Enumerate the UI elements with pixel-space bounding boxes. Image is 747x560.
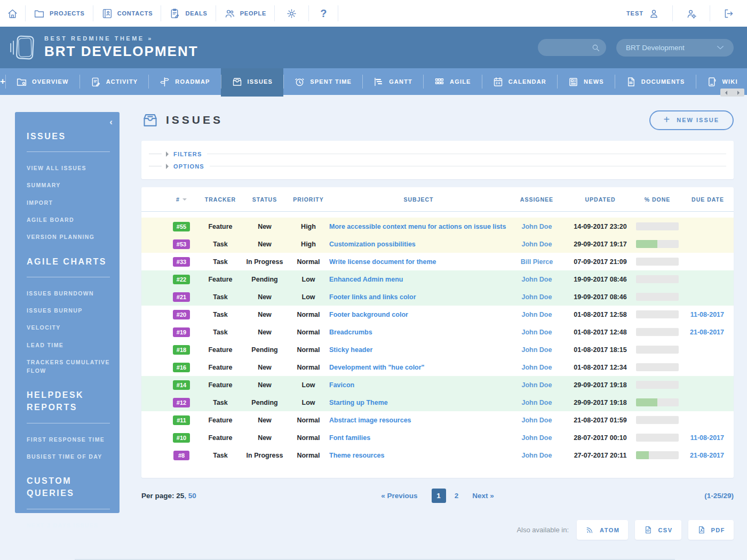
issue-assignee-link[interactable]: John Doe (508, 434, 566, 442)
issue-id-badge[interactable]: #8 (173, 451, 189, 460)
sidebar-item-busiest-time-of-day[interactable]: BUSIEST TIME OF DAY (27, 452, 110, 461)
issue-subject-link[interactable]: Abstract image resources (329, 417, 508, 424)
topbar-contacts-button[interactable]: CONTACTS (93, 5, 162, 21)
filters-toggle[interactable]: FILTERS (149, 148, 726, 160)
new-issue-button[interactable]: + NEW ISSUE (649, 110, 734, 130)
topbar-my-account-button[interactable] (672, 5, 710, 21)
issue-id-badge[interactable]: #55 (173, 222, 190, 231)
export-atom-button[interactable]: ATOM (577, 520, 628, 540)
issue-id-badge[interactable]: #19 (173, 327, 190, 337)
issue-assignee-link[interactable]: John Doe (508, 399, 566, 406)
tab-scroll-right-button[interactable] (733, 89, 745, 97)
column-header-assignee[interactable]: ASSIGNEE (508, 196, 566, 203)
issue-assignee-link[interactable]: John Doe (508, 452, 566, 459)
issue-due-date-link[interactable]: 21-08-2017 (680, 452, 734, 459)
issue-subject-link[interactable]: Customization possibilities (329, 241, 508, 248)
issue-assignee-link[interactable]: John Doe (508, 276, 566, 283)
topbar-home-button[interactable] (0, 5, 26, 21)
topbar-help-button[interactable]: ? (309, 5, 338, 21)
issue-subject-link[interactable]: Favicon (329, 381, 508, 389)
column-header-priority[interactable]: PRIORITY (288, 196, 329, 203)
issue-assignee-link[interactable]: Bill Pierce (508, 258, 566, 266)
sidebar-item-first-response-time[interactable]: FIRST RESPONSE TIME (27, 435, 110, 444)
issue-assignee-link[interactable]: John Doe (508, 417, 566, 424)
topbar-admin-button[interactable] (275, 5, 309, 21)
sidebar-collapse-button[interactable]: ‹ (109, 117, 113, 126)
search-input[interactable] (538, 39, 606, 56)
topbar-user-menu[interactable]: TEST (614, 5, 672, 21)
sidebar-item-issues-burnup[interactable]: ISSUES BURNUP (27, 306, 110, 315)
issue-assignee-link[interactable]: John Doe (508, 223, 566, 230)
issue-id-badge[interactable]: #10 (173, 433, 190, 443)
tab-overview[interactable]: OVERVIEW (5, 68, 80, 95)
column-header-tracker[interactable]: TRACKER (199, 196, 242, 203)
export-pdf-button[interactable]: PDF (688, 520, 734, 540)
sidebar-item-agile-board[interactable]: AGILE BOARD (27, 215, 110, 224)
issue-subject-link[interactable]: Footer background color (329, 311, 508, 318)
sidebar-item-import[interactable]: IMPORT (27, 198, 110, 207)
sidebar-item-lead-time[interactable]: LEAD TIME (27, 341, 110, 349)
issue-subject-link[interactable]: Font families (329, 434, 508, 442)
add-tab-button[interactable]: + (0, 68, 5, 95)
column-header-due-date[interactable]: DUE DATE (680, 196, 734, 203)
issue-subject-link[interactable]: Breadcrumbs (329, 329, 508, 336)
issue-subject-link[interactable]: Enhanced Admin menu (329, 276, 508, 283)
sidebar-item-summary[interactable]: SUMMARY (27, 181, 110, 189)
issue-id-badge[interactable]: #21 (173, 292, 190, 302)
issue-id-badge[interactable]: #16 (173, 363, 190, 372)
export-csv-button[interactable]: CSV (635, 520, 681, 540)
issue-id-badge[interactable]: #33 (173, 257, 190, 267)
issue-due-date-link[interactable]: 11-08-2017 (680, 311, 734, 318)
sidebar-item-version-planning[interactable]: VERSION PLANNING (27, 233, 110, 241)
options-toggle[interactable]: OPTIONS (149, 160, 726, 172)
tab-issues[interactable]: ISSUES (221, 68, 284, 95)
issue-id-badge[interactable]: #20 (173, 310, 190, 319)
issue-subject-link[interactable]: Footer links and links color (329, 293, 508, 301)
issue-id-badge[interactable]: #53 (173, 239, 190, 249)
topbar-deals-button[interactable]: DEALS (161, 5, 216, 21)
issue-assignee-link[interactable]: John Doe (508, 293, 566, 301)
tab-scroll-left-button[interactable] (720, 89, 733, 97)
tab-agile[interactable]: AGILE (423, 68, 482, 95)
tab-roadmap[interactable]: ROADMAP (148, 68, 220, 95)
issue-subject-link[interactable]: Theme resources (329, 452, 508, 459)
topbar-people-button[interactable]: PEOPLE (216, 5, 275, 21)
issue-assignee-link[interactable]: John Doe (508, 241, 566, 248)
issue-subject-link[interactable]: More accessible context menu for actions… (329, 223, 508, 230)
per-page-option-50[interactable]: , 50 (184, 492, 196, 500)
issue-id-badge[interactable]: #18 (173, 345, 190, 355)
column-header-id[interactable]: # (164, 196, 199, 203)
issue-due-date-link[interactable]: 11-08-2017 (680, 434, 734, 442)
sidebar-item-view-all-issues[interactable]: VIEW ALL ISSUES (27, 164, 110, 172)
tab-activity[interactable]: ACTIVITY (80, 68, 149, 95)
sidebar-item-velocity[interactable]: VELOCITY (27, 323, 110, 332)
issue-assignee-link[interactable]: John Doe (508, 364, 566, 371)
next-page-link[interactable]: Next » (472, 492, 494, 500)
issue-id-badge[interactable]: #14 (173, 380, 190, 390)
issue-subject-link[interactable]: Development with "hue color" (329, 364, 508, 371)
column-header-status[interactable]: STATUS (242, 196, 288, 203)
sidebar-item-trackers-cumulative-flow[interactable]: TRACKERS CUMULATIVE FLOW (27, 358, 110, 375)
tab-spent-time[interactable]: SPENT TIME (283, 68, 362, 95)
tab-calendar[interactable]: 24CALENDAR (482, 68, 557, 95)
project-selector[interactable]: BRT Development (616, 39, 734, 57)
tab-documents[interactable]: DOCUMENTS (615, 68, 696, 95)
sidebar-item-issues-burndown[interactable]: ISSUES BURNDOWN (27, 289, 110, 298)
issue-id-badge[interactable]: #11 (173, 415, 190, 425)
issue-subject-link[interactable]: Starting up Theme (329, 399, 508, 406)
topbar-logout-button[interactable] (710, 5, 747, 21)
issue-assignee-link[interactable]: John Doe (508, 329, 566, 336)
issue-subject-link[interactable]: Sticky header (329, 346, 508, 354)
topbar-projects-button[interactable]: PROJECTS (26, 5, 93, 21)
issue-assignee-link[interactable]: John Doe (508, 346, 566, 354)
column-header-subject[interactable]: SUBJECT (329, 196, 508, 203)
issue-subject-link[interactable]: Write license document for theme (329, 258, 508, 266)
issue-assignee-link[interactable]: John Doe (508, 311, 566, 318)
page-number-2[interactable]: 2 (455, 492, 459, 500)
previous-page-link[interactable]: « Previous (381, 492, 417, 500)
column-header-done[interactable]: % DONE (635, 196, 680, 203)
issue-due-date-link[interactable]: 21-08-2017 (680, 329, 734, 336)
sidebar-item-next-3-days-issues[interactable]: NEXT 3 DAYS ISSUES (27, 521, 110, 530)
issue-id-badge[interactable]: #22 (173, 275, 190, 284)
column-header-updated[interactable]: UPDATED (566, 196, 635, 203)
